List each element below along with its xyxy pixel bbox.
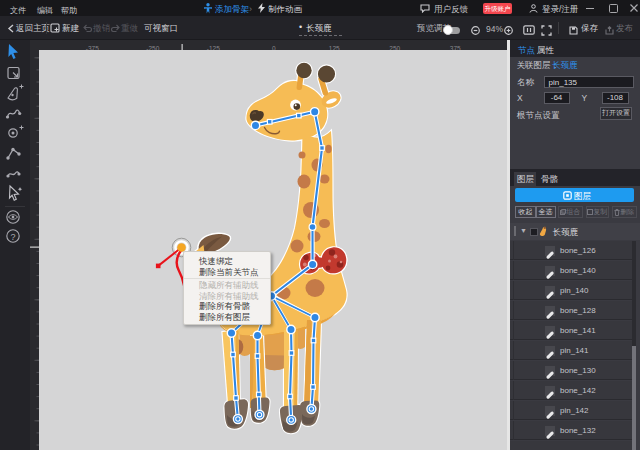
- svg-text:?: ?: [10, 232, 15, 242]
